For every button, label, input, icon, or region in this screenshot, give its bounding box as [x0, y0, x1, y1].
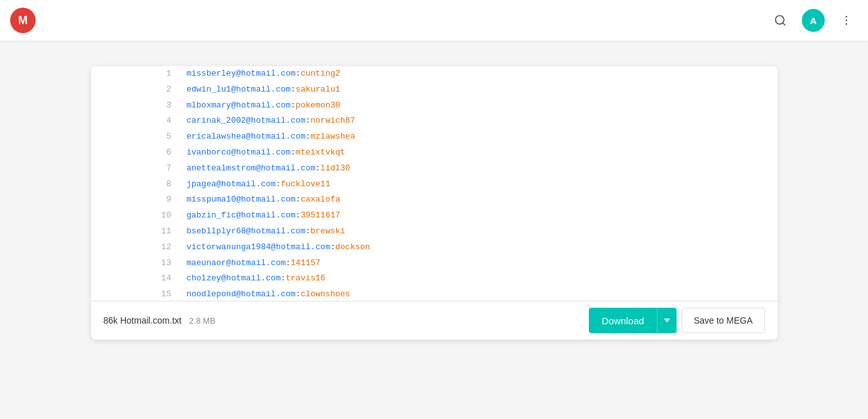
header: M A: [0, 0, 868, 41]
email-text: ivanborco@hotmail.com: [186, 148, 291, 157]
line-number: 6: [91, 145, 182, 161]
svg-line-1: [783, 23, 785, 25]
line-content: cholzey@hotmail.com:travis16: [181, 271, 777, 287]
svg-point-3: [846, 20, 848, 22]
line-content: bsebllplyr68@hotmail.com:brewski: [181, 224, 777, 240]
separator: :: [296, 195, 301, 204]
email-text: gabzin_fic@hotmail.com: [186, 210, 296, 220]
table-row: 14 cholzey@hotmail.com:travis16: [91, 271, 778, 287]
line-content: mlboxmary@hotmail.com:pokemon30: [181, 98, 777, 114]
email-text: maeunaor@hotmail.com: [186, 258, 286, 268]
line-content: noodlepond@hotmail.com:clownshoes: [181, 287, 777, 301]
password-text: dockson: [335, 242, 370, 252]
line-number: 5: [91, 129, 182, 145]
email-text: edwin_lu1@hotmail.com: [186, 85, 291, 94]
email-text: missberley@hotmail.com: [186, 69, 296, 78]
line-content: missberley@hotmail.com:cunting2: [181, 66, 777, 82]
table-row: 8 jpagea@hotmail.com:fucklove11: [91, 177, 778, 193]
file-info: 86k Hotmail.com.txt 2.8 MB: [104, 315, 216, 326]
password-text: caxalofa: [301, 195, 340, 204]
file-name: 86k Hotmail.com.txt: [104, 315, 182, 326]
line-content: gabzin_fic@hotmail.com:39511617: [181, 208, 777, 224]
search-button[interactable]: [769, 9, 792, 32]
table-row: 11 bsebllplyr68@hotmail.com:brewski: [91, 224, 778, 240]
search-icon: [774, 14, 787, 27]
separator: :: [315, 163, 320, 173]
line-content: carinak_2002@hotmail.com:norwich87: [181, 113, 777, 129]
email-text: noodlepond@hotmail.com: [186, 289, 296, 299]
line-number: 9: [91, 192, 182, 208]
password-text: fucklove11: [280, 179, 330, 189]
line-number: 8: [91, 177, 182, 193]
line-number: 3: [91, 98, 182, 114]
email-text: cholzey@hotmail.com: [186, 273, 280, 283]
footer-bar: 86k Hotmail.com.txt 2.8 MB Download Save…: [91, 301, 778, 340]
password-text: brewski: [310, 226, 345, 236]
chevron-down-icon: [664, 319, 670, 322]
table-row: 2 edwin_lu1@hotmail.com:sakuralu1: [91, 82, 778, 98]
table-row: 5 ericalawshea@hotmail.com:mzlawshea: [91, 129, 778, 145]
download-button[interactable]: Download: [589, 308, 657, 333]
avatar-button[interactable]: A: [802, 9, 825, 32]
password-text: lidl30: [320, 163, 350, 173]
line-number: 10: [91, 208, 182, 224]
line-content: ericalawshea@hotmail.com:mzlawshea: [181, 129, 777, 145]
table-row: 1 missberley@hotmail.com:cunting2: [91, 66, 778, 82]
separator: :: [286, 258, 291, 268]
separator: :: [291, 148, 296, 157]
svg-point-2: [846, 16, 848, 18]
table-row: 9 misspuma10@hotmail.com:caxalofa: [91, 192, 778, 208]
password-text: sakuralu1: [296, 85, 340, 94]
password-text: pokemon30: [296, 100, 340, 110]
separator: :: [296, 69, 301, 78]
table-row: 12 victorwanunga1984@hotmail.com:dockson: [91, 240, 778, 256]
save-to-mega-button[interactable]: Save to MEGA: [682, 308, 765, 333]
line-number: 2: [91, 82, 182, 98]
file-size: 2.8 MB: [189, 316, 215, 326]
line-number: 14: [91, 271, 182, 287]
separator: :: [291, 100, 296, 110]
password-text: mzlawshea: [310, 132, 355, 141]
action-buttons: Download Save to MEGA: [589, 308, 764, 333]
table-row: 7 anettealmstrom@hotmail.com:lidl30: [91, 161, 778, 177]
table-row: 10 gabzin_fic@hotmail.com:39511617: [91, 208, 778, 224]
table-row: 4 carinak_2002@hotmail.com:norwich87: [91, 113, 778, 129]
separator: :: [296, 289, 301, 299]
separator: :: [291, 85, 296, 94]
line-number: 12: [91, 240, 182, 256]
password-text: mteixtvkqt: [296, 148, 345, 157]
line-content: jpagea@hotmail.com:fucklove11: [181, 177, 777, 193]
password-text: cunting2: [301, 69, 340, 78]
header-left: M: [10, 8, 36, 33]
file-panel: 1 missberley@hotmail.com:cunting2 2 edwi…: [91, 66, 778, 340]
email-text: anettealmstrom@hotmail.com: [186, 163, 315, 173]
password-text: 39511617: [301, 210, 340, 220]
email-text: carinak_2002@hotmail.com: [186, 116, 305, 125]
password-text: travis16: [286, 273, 325, 283]
email-text: jpagea@hotmail.com: [186, 179, 275, 189]
mega-logo[interactable]: M: [10, 8, 36, 33]
email-text: mlboxmary@hotmail.com: [186, 100, 291, 110]
line-number: 15: [91, 287, 182, 301]
main-content: 1 missberley@hotmail.com:cunting2 2 edwi…: [0, 41, 868, 419]
password-text: 141157: [291, 258, 320, 268]
more-vert-icon: [840, 14, 853, 27]
password-text: clownshoes: [301, 289, 350, 299]
menu-button[interactable]: [835, 9, 858, 32]
table-row: 15 noodlepond@hotmail.com:clownshoes: [91, 287, 778, 301]
download-dropdown-button[interactable]: [657, 308, 677, 333]
password-text: norwich87: [310, 116, 355, 125]
table-row: 6 ivanborco@hotmail.com:mteixtvkqt: [91, 145, 778, 161]
line-content: maeunaor@hotmail.com:141157: [181, 256, 777, 271]
svg-point-4: [846, 24, 848, 25]
line-number: 1: [91, 66, 182, 82]
line-number: 13: [91, 256, 182, 271]
line-number: 7: [91, 161, 182, 177]
line-content: misspuma10@hotmail.com:caxalofa: [181, 192, 777, 208]
email-text: bsebllplyr68@hotmail.com: [186, 226, 305, 236]
line-content: victorwanunga1984@hotmail.com:dockson: [181, 240, 777, 256]
email-text: ericalawshea@hotmail.com: [186, 132, 305, 141]
code-viewer[interactable]: 1 missberley@hotmail.com:cunting2 2 edwi…: [91, 66, 778, 301]
table-row: 3 mlboxmary@hotmail.com:pokemon30: [91, 98, 778, 114]
code-table: 1 missberley@hotmail.com:cunting2 2 edwi…: [91, 66, 778, 301]
